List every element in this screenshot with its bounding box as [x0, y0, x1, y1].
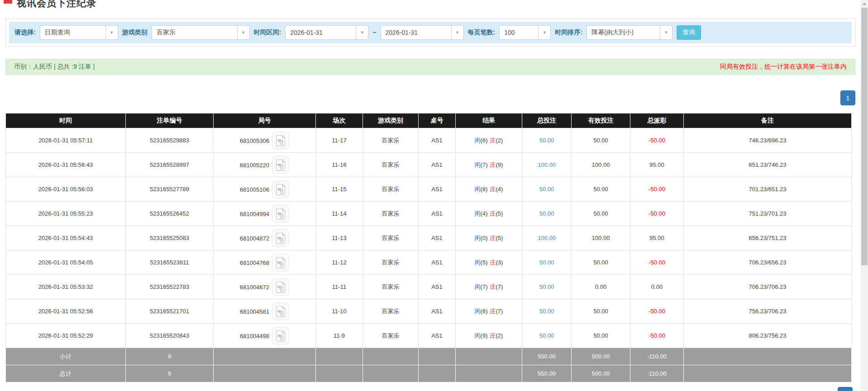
session-no: 11-15 — [316, 177, 363, 202]
round-id: 681004581 — [240, 308, 269, 315]
game-category: 百家乐 — [363, 299, 419, 324]
video-replay-button[interactable] — [272, 254, 289, 271]
page-size-select[interactable]: 100 ▼ — [499, 25, 551, 40]
col-result: 结果 — [456, 113, 522, 128]
col-remark: 备注 — [684, 113, 852, 128]
video-replay-button[interactable] — [272, 278, 289, 296]
date-from-select[interactable]: 2026-01-31 ▼ — [285, 25, 368, 40]
total-bet-link[interactable]: 50.00 — [522, 202, 572, 226]
video-replay-button[interactable] — [272, 132, 289, 149]
col-session: 场次 — [316, 113, 363, 128]
round-cell: 681004498 — [214, 324, 316, 348]
col-payout: 总派彩 — [630, 113, 684, 128]
total-bet-link[interactable]: 50.00 — [522, 177, 572, 202]
page-1-button[interactable]: 1 — [840, 90, 855, 105]
video-replay-button[interactable] — [272, 156, 289, 174]
chevron-down-icon[interactable]: ▼ — [451, 25, 464, 40]
col-valid-bet: 有效投注 — [572, 113, 630, 128]
total-bet-link[interactable]: 50.00 — [522, 128, 572, 153]
total-bet-link[interactable]: 100.00 — [522, 226, 572, 250]
game-category-value: 百家乐 — [152, 25, 238, 40]
time-sort-select[interactable]: 降幂(由大到小) ▼ — [587, 25, 672, 40]
chevron-down-icon[interactable]: ▼ — [660, 25, 672, 40]
result-cell: 闲(9)庄(2) — [456, 324, 522, 348]
player-score: (6) — [481, 308, 488, 315]
total-bet-link[interactable]: 50.00 — [522, 275, 572, 299]
table-no: AS1 — [419, 226, 456, 250]
query-type-select[interactable]: 日期查询 ▼ — [40, 25, 118, 40]
payout: -50.00 — [630, 324, 684, 348]
banker-score: (2) — [496, 332, 503, 339]
player-label: 闲 — [475, 283, 481, 290]
total-bet-link[interactable]: 50.00 — [522, 250, 572, 275]
subtotal-count: 9 — [126, 348, 214, 365]
game-category-label: 游戏类别 — [122, 28, 148, 37]
valid-bet: 50.00 — [572, 299, 630, 324]
video-replay-button[interactable] — [272, 181, 289, 198]
pagination-bottom-partial[interactable] — [838, 387, 853, 391]
session-no: 11-13 — [316, 226, 363, 250]
video-replay-button[interactable] — [272, 327, 289, 344]
video-file-icon — [275, 135, 286, 146]
round-id: 681004768 — [240, 259, 269, 266]
page-size-value: 100 — [499, 25, 539, 40]
banker-score: (9) — [496, 161, 503, 168]
session-no: 11-17 — [316, 128, 363, 153]
col-round-id: 局号 — [214, 113, 316, 128]
scroll-up-arrow-icon[interactable] — [861, 0, 868, 8]
table-no: AS1 — [419, 177, 456, 202]
scrollbar-thumb[interactable] — [861, 8, 868, 265]
title-bar: 视讯会员下注纪录 — [5, 0, 855, 14]
total-bet-link[interactable]: 100.00 — [522, 153, 572, 177]
pagination-top: 1 — [5, 90, 855, 105]
same-round-note: 同局有效投注，统一计算在该局第一张注单内 — [720, 63, 847, 71]
date-to-select[interactable]: 2026-01-31 ▼ — [381, 25, 464, 40]
col-bet-id: 注单编号 — [126, 113, 214, 128]
game-category-select[interactable]: 百家乐 ▼ — [152, 25, 250, 40]
vertical-scrollbar[interactable] — [861, 0, 868, 391]
player-score: (7) — [481, 161, 488, 168]
table-no: AS1 — [419, 128, 456, 153]
video-replay-button[interactable] — [272, 230, 289, 247]
banker-label: 庄 — [490, 259, 496, 266]
round-cell: 681004768 — [214, 250, 316, 275]
player-score: (0) — [481, 235, 488, 241]
chevron-down-icon[interactable]: ▼ — [237, 25, 250, 40]
query-button[interactable]: 查询 — [677, 25, 701, 40]
bet-time: 2026-01-31 05:52:29 — [6, 324, 126, 348]
total-bet-link[interactable]: 50.00 — [522, 324, 572, 348]
table-no: AS1 — [419, 250, 456, 275]
banker-label: 庄 — [490, 283, 496, 290]
table-header-row: 时间 注单编号 局号 场次 游戏类别 桌号 结果 总投注 有效投注 总派彩 备注 — [6, 113, 852, 128]
page-size-label: 每页笔数: — [468, 28, 496, 37]
game-category: 百家乐 — [363, 202, 419, 226]
total-count: 9 — [126, 365, 214, 382]
banker-label: 庄 — [490, 332, 496, 339]
chevron-down-icon[interactable]: ▼ — [356, 25, 368, 40]
round-id: 681004872 — [240, 235, 269, 241]
round-cell: 681004672 — [214, 275, 316, 299]
chevron-down-icon[interactable]: ▼ — [105, 25, 118, 40]
result-cell: 闲(7)庄(9) — [456, 153, 522, 177]
payout: 95.00 — [630, 226, 684, 250]
remark: 756.23/706.23 — [684, 299, 852, 324]
player-score: (7) — [481, 283, 488, 290]
video-replay-button[interactable] — [272, 205, 289, 222]
summary-bar: 币别：人民币 | 总共 :9 注单 | 同局有效投注，统一计算在该局第一张注单内 — [5, 59, 855, 75]
player-score: (4) — [481, 210, 488, 217]
chevron-down-icon[interactable]: ▼ — [538, 25, 551, 40]
bet-time: 2026-01-31 05:55:23 — [6, 202, 126, 226]
remark: 701.23/651.23 — [684, 177, 852, 202]
game-category: 百家乐 — [363, 275, 419, 299]
video-file-icon — [275, 159, 286, 171]
banker-label: 庄 — [490, 161, 496, 168]
video-replay-button[interactable] — [272, 303, 289, 320]
result-cell: 闲(4)庄(5) — [456, 202, 522, 226]
table-no: AS1 — [419, 202, 456, 226]
time-sort-value: 降幂(由大到小) — [587, 25, 660, 40]
table-row: 2026-01-31 05:52:56 523165521701 6810045… — [6, 299, 852, 324]
total-bet-link[interactable]: 50.00 — [522, 299, 572, 324]
session-no: 11-11 — [316, 275, 363, 299]
player-label: 闲 — [475, 332, 481, 339]
banker-label: 庄 — [490, 235, 496, 241]
